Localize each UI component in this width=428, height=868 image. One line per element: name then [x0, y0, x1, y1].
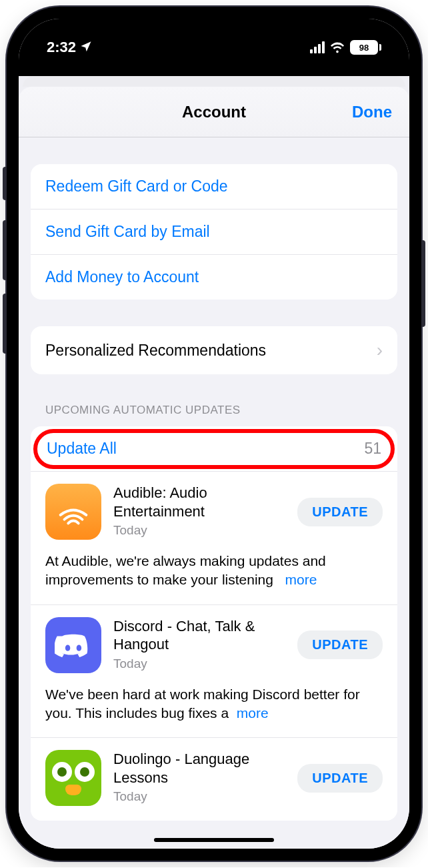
gift-card-section: Redeem Gift Card or Code Send Gift Card … — [31, 164, 397, 300]
discord-app-icon[interactable] — [45, 617, 101, 673]
redeem-label: Redeem Gift Card or Code — [45, 177, 228, 195]
status-time: 2:32 — [47, 39, 76, 56]
send-gift-card-row[interactable]: Send Gift Card by Email — [31, 209, 397, 255]
more-link[interactable]: more — [237, 705, 269, 721]
update-button[interactable]: UPDATE — [297, 498, 383, 526]
duolingo-app-icon[interactable] — [45, 750, 101, 806]
done-button[interactable]: Done — [352, 103, 392, 121]
cellular-icon — [310, 41, 325, 53]
send-label: Send Gift Card by Email — [45, 223, 210, 241]
app-row-duolingo: Duolingo - Language Lessons Today UPDATE — [31, 738, 397, 821]
app-row-audible: Audible: Audio Entertainment Today UPDAT… — [31, 472, 397, 605]
app-name: Audible: Audio Entertainment — [113, 484, 285, 520]
battery-percent: 98 — [350, 40, 378, 55]
recommendations-section: Personalized Recommendations › — [31, 326, 397, 374]
update-button[interactable]: UPDATE — [297, 630, 383, 659]
battery-icon: 98 — [350, 40, 381, 55]
update-button[interactable]: UPDATE — [297, 764, 383, 793]
update-all-row[interactable]: Update All 51 — [31, 426, 397, 472]
nav-bar: Account Done — [19, 87, 409, 137]
app-description: At Audible, we're always making updates … — [45, 552, 383, 590]
location-icon — [80, 39, 92, 56]
home-indicator[interactable] — [154, 838, 274, 842]
page-title: Account — [182, 103, 246, 121]
app-date: Today — [113, 657, 285, 671]
app-date: Today — [113, 789, 285, 804]
chevron-right-icon: › — [377, 340, 383, 361]
more-link[interactable]: more — [285, 572, 317, 587]
screen: 2:32 98 Account Done — [19, 19, 409, 849]
personalized-recommendations-row[interactable]: Personalized Recommendations › — [31, 326, 397, 374]
background-sheet-peek — [23, 76, 405, 87]
recommendations-label: Personalized Recommendations — [45, 342, 266, 360]
account-sheet: Account Done Redeem Gift Card or Code Se… — [19, 87, 409, 849]
updates-list: Update All 51 Audible: Audio Entertainme… — [31, 426, 397, 821]
add-money-label: Add Money to Account — [45, 268, 199, 286]
app-name: Duolingo - Language Lessons — [113, 750, 285, 787]
add-money-row[interactable]: Add Money to Account — [31, 255, 397, 300]
redeem-gift-card-row[interactable]: Redeem Gift Card or Code — [31, 164, 397, 209]
app-date: Today — [113, 523, 285, 538]
iphone-frame: 2:32 98 Account Done — [7, 7, 421, 861]
wifi-icon — [330, 41, 345, 53]
app-row-discord: Discord - Chat, Talk & Hangout Today UPD… — [31, 605, 397, 739]
update-all-label: Update All — [47, 440, 117, 458]
app-name: Discord - Chat, Talk & Hangout — [113, 617, 285, 654]
audible-app-icon[interactable] — [45, 484, 101, 540]
app-description: We've been hard at work making Discord b… — [45, 685, 383, 723]
dynamic-island — [161, 32, 267, 64]
updates-section-header: Upcoming Automatic Updates — [45, 404, 397, 417]
update-all-count: 51 — [364, 440, 381, 458]
